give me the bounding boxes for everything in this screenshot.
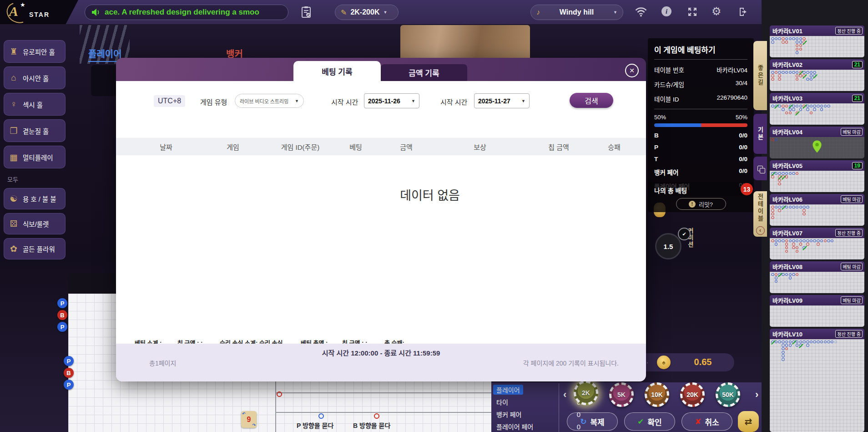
end-date-select[interactable]: 2025-11-27 ▼ (474, 93, 530, 108)
tab-amount-record[interactable]: 금액 기록 (381, 64, 467, 81)
bead-r (785, 246, 788, 249)
roadmap-prediction-dot-red (277, 391, 282, 397)
ask-banker-dot (374, 413, 379, 419)
bead-r (778, 78, 781, 81)
bead-b (789, 276, 792, 280)
chips-prev-arrow[interactable]: ‹ (563, 389, 566, 401)
bead-b (778, 172, 781, 175)
bet-stat-row: P0/0 (654, 144, 747, 151)
fullscreen-icon[interactable] (687, 6, 698, 17)
table-name: 바카라LV06 (772, 195, 802, 203)
bead-r (785, 105, 788, 108)
bet-stat-row: T0/0 (654, 156, 747, 163)
button-cancel[interactable]: ✘취소 (681, 412, 732, 431)
network-status-icon[interactable] (635, 7, 647, 17)
bead-r (796, 172, 799, 175)
table-card[interactable]: 바카라LV0221 (770, 59, 864, 91)
balance-display[interactable]: … ♠ 0.65 (637, 353, 734, 371)
table-status-badge: 21 (852, 61, 863, 68)
bead-b (771, 71, 774, 74)
chip-20k[interactable]: 20K (680, 382, 705, 407)
chip-10k[interactable]: 10K (645, 382, 669, 407)
bead-road (770, 204, 864, 226)
announcement-marquee[interactable]: ace. A refreshed design delivering a smo… (85, 5, 288, 20)
settings-gear-icon[interactable]: ⚙ (712, 5, 722, 18)
search-button[interactable]: 검색 (570, 93, 613, 108)
ask-banker-road-button[interactable]: B 방향을 묻다 (353, 421, 390, 430)
bet-option-label: 타이 (493, 397, 511, 407)
bead-r (792, 246, 795, 249)
button-label: 확인 (647, 416, 661, 427)
bead-r (778, 183, 781, 186)
chip-2k[interactable]: 2K (574, 381, 598, 405)
music-selector[interactable]: ♪ Windy hill ▼ (530, 5, 623, 20)
result-marker-B: B (57, 310, 67, 320)
tab-betting-record[interactable]: 베팅 기록 (293, 61, 381, 81)
astar-logo[interactable]: ★ A STAR (0, 0, 78, 24)
table-card[interactable]: 바카라LV07정산 진행 중 (770, 228, 864, 259)
bead-r (799, 44, 802, 47)
table-card-header: 바카라LV01정산 진행 중 (770, 25, 864, 36)
ratio-bar (654, 123, 747, 127)
chip-swap-button[interactable]: ⇄ (738, 411, 759, 432)
close-icon[interactable]: ✕ (625, 64, 639, 77)
chip-50k[interactable]: 50K (716, 382, 740, 407)
bead-b (799, 108, 802, 111)
announcement-text: ace. A refreshed design delivering a smo… (105, 8, 259, 17)
table-status-badge: 정산 진행 중 (835, 27, 863, 35)
betting-record-icon[interactable] (301, 6, 311, 18)
ask-player-road-button[interactable]: P 방향을 묻다 (297, 421, 333, 430)
sidebar-item-multiplay-grid[interactable]: ▦멀티플레이 (4, 146, 66, 168)
tab-good-roads[interactable]: 좋은길 (753, 41, 767, 110)
table-card[interactable]: 바카라LV10정산 진행 중 (770, 329, 864, 432)
sidebar-item-dragon-tiger[interactable]: ☯용 호 / 불 불 (4, 188, 66, 209)
table-name: 바카라LV04 (772, 127, 802, 136)
table-card[interactable]: 바카라LV08베팅 마감 (770, 261, 864, 293)
table-card-header: 바카라LV04베팅 마감 (770, 127, 864, 137)
exit-icon[interactable] (738, 6, 749, 17)
bead-b (782, 239, 785, 243)
chip-5k[interactable]: 5K (609, 382, 634, 407)
sidebar-item-sexy-hall[interactable]: ♀섹시 홀 (4, 93, 66, 116)
multiplay-grid-icon: ▦ (8, 152, 19, 163)
sidebar-item-asian-temple[interactable]: ⌂아시안 홀 (4, 66, 66, 89)
button-confirm[interactable]: ✔확인 (624, 412, 675, 431)
chips-next-arrow[interactable]: › (755, 389, 758, 401)
bead-r (778, 209, 781, 212)
game-type-dropdown[interactable]: 라이브 비디오 스트리밍 ▼ (235, 94, 304, 108)
time-range-text: 시작 시간 12:00:00 - 종료 시간 11:59:59 (116, 348, 646, 357)
table-card[interactable]: 바카라LV06베팅 마감 (770, 194, 864, 226)
bead-b (827, 341, 830, 344)
table-card-header: 바카라LV10정산 진행 중 (770, 329, 864, 339)
table-card[interactable]: 바카라LV09베팅 마감 (770, 295, 864, 327)
bead-r (785, 175, 788, 178)
bead-b (782, 273, 785, 276)
bead-u (778, 273, 781, 276)
sidebar-item-golden-flower[interactable]: ✿골든 플라워 (4, 238, 66, 259)
bet-limit-selector[interactable]: ✎ 2K-200K ▼ (335, 5, 399, 20)
tab-multiview[interactable] (753, 157, 767, 180)
column-header: 게임 (227, 142, 239, 152)
table-card[interactable]: 바카라LV0321 (770, 93, 864, 125)
start-date-select[interactable]: 2025-11-26 ▼ (364, 93, 419, 108)
button-duplicate[interactable]: ↻복제 (567, 412, 618, 431)
table-status-badge: 21 (852, 95, 863, 102)
limit-info-button[interactable]: ! 리밋? (676, 198, 726, 210)
table-card[interactable]: 바카라LV01정산 진행 중 (770, 25, 864, 57)
bead-r (785, 41, 788, 44)
bead-r (771, 138, 774, 142)
betting-history-modal: 베팅 기록 금액 기록 ✕ UTC+8 게임 유형 라이브 비디오 스트리밍 ▼… (116, 58, 646, 381)
bead-b (831, 341, 834, 344)
sidebar-item-sicbo-roulette[interactable]: ⚄식보/룰렛 (4, 213, 66, 234)
sidebar-item-peek-cards[interactable]: ❐곁눈질 홀 (4, 119, 66, 142)
total-bet-label: 나의 총 배팅 (654, 186, 687, 195)
info-icon[interactable]: i (661, 6, 671, 16)
table-name: 바카라LV01 (772, 26, 802, 35)
table-card[interactable]: 바카라LV0519 (770, 160, 864, 192)
table-card[interactable]: 바카라LV04베팅 마감 (770, 127, 864, 158)
sidebar-item-eiffel-tower[interactable]: ♜유로피안 홀 (4, 40, 66, 63)
tab-all-tables[interactable]: 전테이블 ‹ (753, 191, 767, 237)
tab-basic[interactable]: 기본 (753, 114, 767, 154)
bead-r (792, 243, 795, 246)
bead-b (799, 206, 802, 209)
